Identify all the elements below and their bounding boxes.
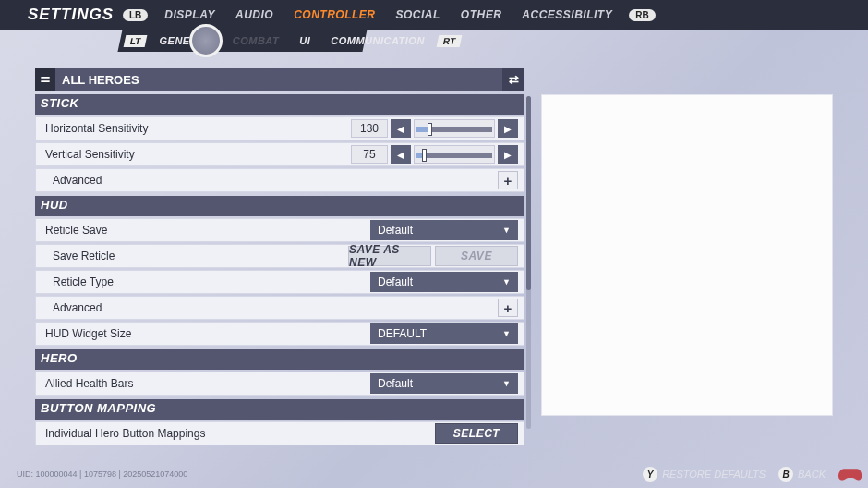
expand-stick-advanced[interactable]: +	[498, 171, 518, 189]
inc-horizontal-sens[interactable]: ▶	[498, 119, 518, 138]
label-reticle-save: Reticle Save	[45, 224, 370, 237]
label-horizontal-sens: Horizontal Sensitivity	[45, 122, 351, 135]
section-hero: HERO	[35, 349, 524, 370]
b-button-icon: B	[778, 467, 793, 482]
back-hint[interactable]: B BACK	[778, 467, 826, 482]
row-widget-size: HUD Widget Size DEFAULT ▼	[35, 322, 524, 346]
label-vertical-sens: Vertical Sensitivity	[45, 148, 351, 161]
inc-vertical-sens[interactable]: ▶	[498, 145, 518, 164]
rt-badge: RT	[436, 35, 462, 47]
row-individual-mapping: Individual Hero Button Mappings SELECT	[35, 421, 524, 445]
dropdown-reticle-type-value: Default	[378, 275, 413, 288]
top-nav: SETTINGS LB DISPLAY AUDIO CONTROLLER SOC…	[0, 0, 868, 30]
row-stick-advanced[interactable]: Advanced +	[35, 168, 524, 192]
tab-controller[interactable]: CONTROLLER	[294, 8, 375, 21]
tab-social[interactable]: SOCIAL	[395, 8, 440, 21]
subtab-combat[interactable]: COMBAT	[233, 35, 279, 46]
dropdown-widget-size[interactable]: DEFAULT ▼	[370, 323, 518, 344]
reticle-preview	[541, 94, 833, 416]
chevron-down-icon: ▼	[502, 277, 511, 287]
footer-actions: Y RESTORE DEFAULTS B BACK	[643, 466, 862, 482]
uid-text: UID: 100000044 | 1075798 | 2025052107400…	[17, 470, 187, 479]
expand-hud-advanced[interactable]: +	[498, 299, 518, 317]
row-reticle-save: Reticle Save Default ▼	[35, 218, 524, 242]
slider-horizontal-sens[interactable]	[414, 119, 495, 138]
row-hud-advanced[interactable]: Advanced +	[35, 296, 524, 320]
swap-icon[interactable]: ⇄	[502, 68, 524, 91]
dropdown-reticle-save-value: Default	[378, 224, 413, 237]
dropdown-allied-hp-value: Default	[378, 377, 413, 390]
tab-audio[interactable]: AUDIO	[235, 8, 273, 21]
subtab-communication[interactable]: COMMUNICATION	[331, 35, 425, 46]
chevron-down-icon: ▼	[502, 379, 511, 388]
tab-display[interactable]: DISPLAY	[164, 8, 215, 21]
dec-horizontal-sens[interactable]: ◀	[391, 119, 411, 138]
row-allied-hp: Allied Health Bars Default ▼	[35, 372, 524, 396]
value-vertical-sens: 75	[351, 145, 388, 164]
label-hud-advanced: Advanced	[53, 301, 498, 314]
chevron-down-icon: ▼	[502, 226, 511, 235]
dropdown-allied-hp[interactable]: Default ▼	[370, 373, 518, 394]
lb-badge: LB	[123, 9, 148, 21]
subtab-highlight-ring	[189, 24, 223, 57]
label-widget-size: HUD Widget Size	[45, 327, 370, 340]
section-hud: HUD	[35, 196, 524, 216]
dec-vertical-sens[interactable]: ◀	[391, 145, 411, 164]
settings-panel: ALL HEROES ⇄ STICK Horizontal Sensitivit…	[35, 68, 524, 442]
row-horizontal-sens: Horizontal Sensitivity 130 ◀ ▶	[35, 116, 524, 140]
label-stick-advanced: Advanced	[53, 174, 498, 187]
hero-icon	[35, 68, 55, 91]
dropdown-reticle-save[interactable]: Default ▼	[370, 220, 518, 240]
settings-title: SETTINGS	[28, 6, 114, 24]
scrollbar[interactable]	[526, 96, 531, 429]
dropdown-widget-size-value: DEFAULT	[378, 327, 427, 340]
workspace: ALL HEROES ⇄ STICK Horizontal Sensitivit…	[35, 68, 833, 442]
primary-tabs: DISPLAY AUDIO CONTROLLER SOCIAL OTHER AC…	[164, 8, 612, 21]
save-as-new-button[interactable]: SAVE AS NEW	[348, 246, 431, 266]
chevron-down-icon: ▼	[502, 329, 511, 338]
restore-defaults-hint[interactable]: Y RESTORE DEFAULTS	[643, 467, 766, 482]
hero-selector[interactable]: ALL HEROES ⇄	[35, 68, 524, 91]
row-reticle-type: Reticle Type Default ▼	[35, 270, 524, 294]
select-mapping-button[interactable]: SELECT	[435, 423, 518, 444]
subtab-ui[interactable]: UI	[299, 35, 310, 46]
rb-badge: RB	[629, 9, 655, 21]
scrollbar-thumb[interactable]	[526, 96, 531, 290]
row-save-reticle: Save Reticle SAVE AS NEW SAVE	[35, 244, 524, 268]
label-allied-hp: Allied Health Bars	[45, 377, 370, 390]
section-stick: STICK	[35, 94, 524, 115]
lt-badge: LT	[124, 35, 148, 47]
row-vertical-sens: Vertical Sensitivity 75 ◀ ▶	[35, 142, 524, 166]
hero-selector-label: ALL HEROES	[55, 73, 139, 87]
sub-nav: LT GENERAL COMBAT UI COMMUNICATION RT	[0, 30, 868, 52]
slider-vertical-sens[interactable]	[414, 145, 495, 164]
restore-defaults-label: RESTORE DEFAULTS	[662, 469, 766, 480]
tab-accessibility[interactable]: ACCESSIBILITY	[522, 8, 612, 21]
preview-panel	[541, 68, 833, 442]
label-save-reticle: Save Reticle	[53, 250, 348, 262]
label-individual-mapping: Individual Hero Button Mappings	[45, 427, 435, 440]
save-button[interactable]: SAVE	[435, 246, 518, 266]
dropdown-reticle-type[interactable]: Default ▼	[370, 272, 518, 292]
section-button-mapping: BUTTON MAPPING	[35, 399, 524, 420]
y-button-icon: Y	[643, 467, 657, 482]
label-reticle-type: Reticle Type	[53, 275, 370, 288]
value-horizontal-sens: 130	[351, 119, 388, 138]
back-label: BACK	[798, 469, 826, 480]
footer: UID: 100000044 | 1075798 | 2025052107400…	[17, 464, 862, 484]
tab-other[interactable]: OTHER	[461, 8, 502, 21]
controller-icon	[838, 466, 862, 482]
